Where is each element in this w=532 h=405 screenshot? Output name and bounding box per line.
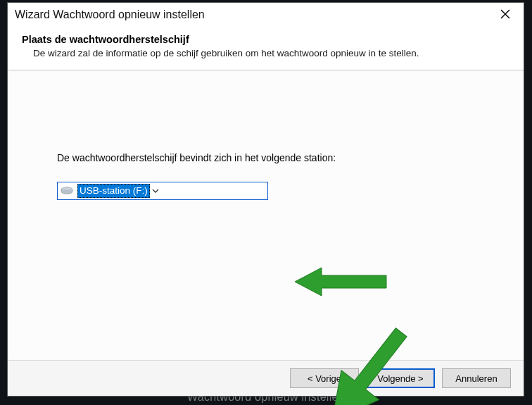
- wizard-body: De wachtwoordherstelschijf bevindt zich …: [8, 70, 524, 360]
- back-button[interactable]: < Vorige: [290, 368, 359, 388]
- chevron-down-icon: [150, 189, 161, 193]
- wizard-dialog: Wizard Wachtwoord opnieuw instellen Plaa…: [7, 2, 524, 397]
- wizard-subheading: De wizard zal de informatie op de schijf…: [33, 48, 509, 58]
- wizard-header: Plaats de wachtwoordherstelschijf De wiz…: [8, 27, 524, 70]
- drive-combo-value: USB-station (F:): [77, 184, 150, 198]
- drive-prompt: De wachtwoordherstelschijf bevindt zich …: [57, 152, 474, 163]
- svg-point-3: [65, 189, 68, 190]
- svg-marker-4: [295, 268, 386, 296]
- dialog-title: Wizard Wachtwoord opnieuw instellen: [15, 8, 205, 21]
- close-button[interactable]: [493, 5, 518, 25]
- wizard-footer: < Vorige Volgende > Annuleren: [8, 360, 524, 396]
- drive-combo[interactable]: USB-station (F:): [57, 182, 268, 200]
- wizard-body-content: De wachtwoordherstelschijf bevindt zich …: [57, 152, 474, 200]
- titlebar: Wizard Wachtwoord opnieuw instellen: [8, 3, 524, 27]
- drive-icon: [61, 186, 73, 196]
- close-icon: [500, 9, 510, 21]
- cancel-button[interactable]: Annuleren: [442, 368, 511, 388]
- annotation-arrow-to-combo: [295, 265, 407, 309]
- next-button[interactable]: Volgende >: [366, 368, 435, 388]
- wizard-heading: Plaats de wachtwoordherstelschijf: [22, 34, 509, 45]
